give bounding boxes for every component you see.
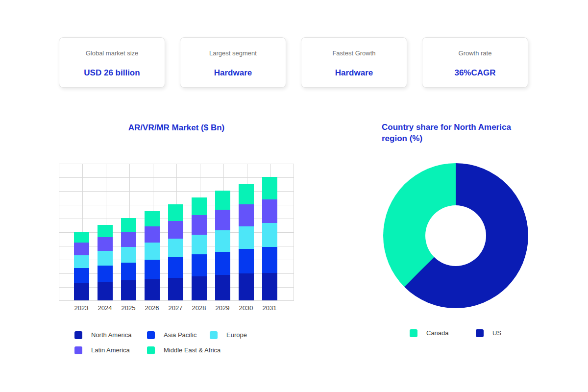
bar-chart-title: AR/VR/MR Market ($ Bn) bbox=[59, 122, 294, 133]
bar-segment-europe bbox=[192, 235, 207, 255]
stat-card-growth-rate: Growth rate 36%CAGR bbox=[422, 37, 528, 88]
legend-item-latin-america: Latin America bbox=[74, 346, 130, 354]
stat-card-label: Fastest Growth bbox=[332, 49, 375, 57]
stat-card-global-market-size: Global market size USD 26 billion bbox=[59, 37, 165, 88]
stat-card-label: Global market size bbox=[86, 49, 139, 57]
legend-label: US bbox=[492, 329, 501, 337]
legend-label: Canada bbox=[426, 329, 449, 337]
bar-segment-north-america bbox=[215, 275, 230, 300]
bar-segment-europe bbox=[74, 255, 89, 269]
legend-item-canada: Canada bbox=[410, 329, 449, 337]
bar-segment-middle-east-africa bbox=[145, 211, 160, 226]
legend-swatch-north-america bbox=[74, 331, 82, 339]
stat-card-label: Largest segment bbox=[209, 49, 257, 57]
bar-segment-north-america bbox=[239, 273, 254, 300]
bar-segment-europe bbox=[262, 223, 277, 247]
legend-swatch-latin-america bbox=[74, 346, 82, 354]
bar-segment-europe bbox=[121, 247, 136, 263]
stat-card-value: Hardware bbox=[335, 68, 373, 78]
legend-label: Asia Pacific bbox=[164, 331, 196, 339]
stat-card-label: Growth rate bbox=[459, 49, 492, 57]
x-tick-2023: 2023 bbox=[70, 304, 93, 312]
bar-segment-middle-east-africa bbox=[262, 177, 277, 199]
x-tick-2025: 2025 bbox=[117, 304, 140, 312]
bar-segment-asia-pacific bbox=[239, 249, 254, 273]
legend-label: Europe bbox=[226, 331, 247, 339]
stat-card-largest-segment: Largest segment Hardware bbox=[180, 37, 286, 88]
bar-segment-latin-america bbox=[262, 199, 277, 223]
bar-segment-latin-america bbox=[215, 210, 230, 230]
bar-segment-europe bbox=[239, 226, 254, 249]
donut-hole bbox=[425, 205, 486, 266]
bar-segment-asia-pacific bbox=[145, 260, 160, 279]
bar-column-2023 bbox=[74, 232, 89, 300]
x-tick-2027: 2027 bbox=[164, 304, 187, 312]
legend-item-middle-east-africa: Middle East & Africa bbox=[147, 346, 220, 354]
bar-segment-latin-america bbox=[192, 215, 207, 234]
bar-segment-middle-east-africa bbox=[168, 204, 183, 221]
x-tick-2024: 2024 bbox=[93, 304, 117, 312]
legend-swatch-middle-east-africa bbox=[147, 346, 155, 354]
bar-segment-north-america bbox=[121, 280, 136, 300]
bar-column-2024 bbox=[98, 225, 113, 300]
bar-segment-north-america bbox=[168, 278, 183, 300]
legend-label: Latin America bbox=[91, 346, 130, 354]
bar-segment-latin-america bbox=[168, 221, 183, 239]
bar-segment-latin-america bbox=[74, 243, 89, 255]
bar-segment-asia-pacific bbox=[192, 254, 207, 276]
x-tick-2029: 2029 bbox=[211, 304, 234, 312]
stat-card-value: Hardware bbox=[214, 68, 252, 78]
x-tick-2031: 2031 bbox=[258, 304, 281, 312]
bar-segment-middle-east-africa bbox=[74, 232, 89, 243]
bar-segment-latin-america bbox=[239, 204, 254, 226]
bar-segment-north-america bbox=[262, 273, 277, 300]
bar-column-2029 bbox=[215, 191, 230, 300]
bar-segment-europe bbox=[215, 230, 230, 251]
bar-segment-europe bbox=[145, 243, 160, 260]
legend-swatch-europe bbox=[210, 331, 218, 339]
bar-segment-north-america bbox=[74, 283, 89, 300]
donut-chart bbox=[383, 163, 528, 308]
bar-segment-middle-east-africa bbox=[192, 197, 207, 215]
bar-segment-latin-america bbox=[98, 237, 113, 251]
bar-segment-middle-east-africa bbox=[215, 191, 230, 210]
bar-segment-middle-east-africa bbox=[98, 225, 113, 237]
bar-chart-x-axis: 202320242025202620272028202920302031 bbox=[59, 304, 294, 313]
bar-segment-asia-pacific bbox=[98, 266, 113, 282]
bar-segment-latin-america bbox=[145, 226, 160, 243]
market-dashboard: Global market size USD 26 billion Larges… bbox=[0, 0, 588, 392]
bar-segment-asia-pacific bbox=[121, 263, 136, 280]
bar-segment-asia-pacific bbox=[215, 252, 230, 275]
bar-column-2025 bbox=[121, 218, 136, 300]
x-tick-2026: 2026 bbox=[140, 304, 164, 312]
legend-swatch-asia-pacific bbox=[147, 331, 155, 339]
legend-item-europe: Europe bbox=[210, 331, 247, 339]
stat-card-value: USD 26 billion bbox=[84, 68, 140, 78]
bar-column-2027 bbox=[168, 204, 183, 300]
bar-segment-asia-pacific bbox=[74, 268, 89, 283]
bar-chart-plot bbox=[59, 164, 294, 301]
legend-swatch-canada bbox=[410, 329, 417, 337]
bar-segment-north-america bbox=[98, 282, 113, 300]
legend-item-asia-pacific: Asia Pacific bbox=[147, 331, 196, 339]
bar-segment-north-america bbox=[192, 276, 207, 300]
donut-chart-title: Country share for North America region (… bbox=[382, 122, 529, 144]
legend-label: Middle East & Africa bbox=[164, 346, 220, 354]
bar-column-2026 bbox=[145, 211, 160, 300]
bar-segment-middle-east-africa bbox=[121, 218, 136, 232]
bar-segment-middle-east-africa bbox=[239, 184, 254, 204]
bar-segment-asia-pacific bbox=[262, 247, 277, 273]
legend-item-us: US bbox=[476, 329, 501, 337]
bar-segment-europe bbox=[168, 239, 183, 257]
x-tick-2030: 2030 bbox=[234, 304, 258, 312]
bar-segment-latin-america bbox=[121, 232, 136, 247]
bar-segment-europe bbox=[98, 251, 113, 265]
legend-swatch-us bbox=[476, 329, 484, 337]
stat-card-fastest-growth: Fastest Growth Hardware bbox=[301, 37, 407, 88]
legend-label: North America bbox=[91, 331, 131, 339]
bar-column-2028 bbox=[192, 197, 207, 300]
x-tick-2028: 2028 bbox=[187, 304, 211, 312]
bar-column-2030 bbox=[239, 184, 254, 300]
legend-item-north-america: North America bbox=[74, 331, 131, 339]
bar-column-2031 bbox=[262, 177, 277, 300]
